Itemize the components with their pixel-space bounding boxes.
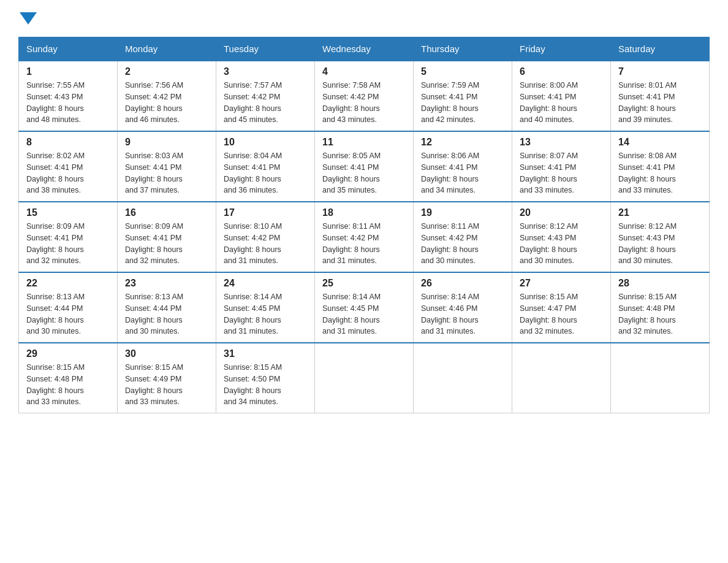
calendar-cell: 16 Sunrise: 8:09 AMSunset: 4:41 PMDaylig… [118,202,216,272]
day-info: Sunrise: 8:13 AMSunset: 4:44 PMDaylight:… [125,293,183,335]
calendar-header: Sunday Monday Tuesday Wednesday Thursday… [19,37,710,61]
calendar-cell: 10 Sunrise: 8:04 AMSunset: 4:41 PMDaylig… [216,131,315,202]
calendar-cell: 5 Sunrise: 7:59 AMSunset: 4:41 PMDayligh… [414,61,512,131]
day-info: Sunrise: 7:57 AMSunset: 4:42 PMDaylight:… [224,81,282,124]
day-info: Sunrise: 7:58 AMSunset: 4:42 PMDaylight:… [322,81,381,124]
week-row-0: 1 Sunrise: 7:55 AMSunset: 4:43 PMDayligh… [19,61,710,131]
day-info: Sunrise: 8:07 AMSunset: 4:41 PMDaylight:… [520,151,578,194]
day-info: Sunrise: 8:10 AMSunset: 4:42 PMDaylight:… [224,222,282,265]
day-info: Sunrise: 8:15 AMSunset: 4:49 PMDaylight:… [125,363,183,406]
calendar-cell: 3 Sunrise: 7:57 AMSunset: 4:42 PMDayligh… [216,61,315,131]
day-number: 11 [322,137,406,148]
calendar-cell: 19 Sunrise: 8:11 AMSunset: 4:42 PMDaylig… [414,202,512,272]
calendar-body: 1 Sunrise: 7:55 AMSunset: 4:43 PMDayligh… [19,61,710,413]
header-sunday: Sunday [19,37,118,61]
day-number: 30 [125,348,208,359]
day-info: Sunrise: 8:14 AMSunset: 4:46 PMDaylight:… [421,293,479,335]
day-info: Sunrise: 8:14 AMSunset: 4:45 PMDaylight:… [322,293,381,335]
calendar-cell: 26 Sunrise: 8:14 AMSunset: 4:46 PMDaylig… [414,272,512,343]
page-header [18,12,710,25]
day-number: 10 [224,137,307,148]
day-number: 15 [26,207,110,218]
day-info: Sunrise: 7:59 AMSunset: 4:41 PMDaylight:… [421,81,479,124]
calendar-cell: 23 Sunrise: 8:13 AMSunset: 4:44 PMDaylig… [118,272,216,343]
day-number: 22 [26,278,110,289]
day-info: Sunrise: 8:15 AMSunset: 4:50 PMDaylight:… [224,363,282,406]
day-number: 4 [322,66,406,77]
calendar-cell: 11 Sunrise: 8:05 AMSunset: 4:41 PMDaylig… [315,131,414,202]
calendar-cell: 8 Sunrise: 8:02 AMSunset: 4:41 PMDayligh… [19,131,118,202]
day-info: Sunrise: 8:06 AMSunset: 4:41 PMDaylight:… [421,151,479,194]
day-number: 14 [618,137,702,148]
calendar-cell [315,343,414,413]
day-info: Sunrise: 8:00 AMSunset: 4:41 PMDaylight:… [520,81,578,124]
calendar-cell: 20 Sunrise: 8:12 AMSunset: 4:43 PMDaylig… [512,202,611,272]
calendar-cell: 12 Sunrise: 8:06 AMSunset: 4:41 PMDaylig… [414,131,512,202]
day-number: 25 [322,278,406,289]
calendar-cell: 22 Sunrise: 8:13 AMSunset: 4:44 PMDaylig… [19,272,118,343]
calendar-cell: 18 Sunrise: 8:11 AMSunset: 4:42 PMDaylig… [315,202,414,272]
calendar-cell [512,343,611,413]
day-number: 21 [618,207,702,218]
day-number: 13 [520,137,603,148]
day-info: Sunrise: 8:13 AMSunset: 4:44 PMDaylight:… [26,293,85,335]
day-info: Sunrise: 8:01 AMSunset: 4:41 PMDaylight:… [618,81,677,124]
calendar-cell: 14 Sunrise: 8:08 AMSunset: 4:41 PMDaylig… [611,131,710,202]
logo [18,12,38,25]
header-row: Sunday Monday Tuesday Wednesday Thursday… [19,37,710,61]
header-saturday: Saturday [611,37,710,61]
calendar-cell [414,343,512,413]
day-info: Sunrise: 8:15 AMSunset: 4:48 PMDaylight:… [26,363,85,406]
day-number: 12 [421,137,504,148]
calendar-cell [611,343,710,413]
calendar-cell: 6 Sunrise: 8:00 AMSunset: 4:41 PMDayligh… [512,61,611,131]
calendar-cell: 2 Sunrise: 7:56 AMSunset: 4:42 PMDayligh… [118,61,216,131]
day-info: Sunrise: 8:09 AMSunset: 4:41 PMDaylight:… [26,222,85,265]
calendar-cell: 1 Sunrise: 7:55 AMSunset: 4:43 PMDayligh… [19,61,118,131]
week-row-3: 22 Sunrise: 8:13 AMSunset: 4:44 PMDaylig… [19,272,710,343]
calendar-table: Sunday Monday Tuesday Wednesday Thursday… [18,37,710,413]
day-info: Sunrise: 8:04 AMSunset: 4:41 PMDaylight:… [224,151,282,194]
day-info: Sunrise: 8:15 AMSunset: 4:47 PMDaylight:… [520,293,578,335]
day-number: 31 [224,348,307,359]
day-number: 8 [26,137,110,148]
day-number: 5 [421,66,504,77]
week-row-1: 8 Sunrise: 8:02 AMSunset: 4:41 PMDayligh… [19,131,710,202]
day-number: 2 [125,66,208,77]
calendar-cell: 25 Sunrise: 8:14 AMSunset: 4:45 PMDaylig… [315,272,414,343]
day-number: 24 [224,278,307,289]
day-number: 20 [520,207,603,218]
calendar-cell: 31 Sunrise: 8:15 AMSunset: 4:50 PMDaylig… [216,343,315,413]
day-number: 27 [520,278,603,289]
day-number: 23 [125,278,208,289]
calendar-cell: 7 Sunrise: 8:01 AMSunset: 4:41 PMDayligh… [611,61,710,131]
week-row-4: 29 Sunrise: 8:15 AMSunset: 4:48 PMDaylig… [19,343,710,413]
day-number: 7 [618,66,702,77]
day-number: 29 [26,348,110,359]
day-info: Sunrise: 8:11 AMSunset: 4:42 PMDaylight:… [421,222,479,265]
calendar-cell: 4 Sunrise: 7:58 AMSunset: 4:42 PMDayligh… [315,61,414,131]
calendar-cell: 9 Sunrise: 8:03 AMSunset: 4:41 PMDayligh… [118,131,216,202]
header-wednesday: Wednesday [315,37,414,61]
day-number: 6 [520,66,603,77]
calendar-cell: 28 Sunrise: 8:15 AMSunset: 4:48 PMDaylig… [611,272,710,343]
calendar-cell: 15 Sunrise: 8:09 AMSunset: 4:41 PMDaylig… [19,202,118,272]
day-number: 19 [421,207,504,218]
day-number: 18 [322,207,406,218]
calendar-cell: 30 Sunrise: 8:15 AMSunset: 4:49 PMDaylig… [118,343,216,413]
day-info: Sunrise: 8:08 AMSunset: 4:41 PMDaylight:… [618,151,677,194]
header-thursday: Thursday [414,37,512,61]
day-number: 1 [26,66,110,77]
day-number: 28 [618,278,702,289]
day-number: 26 [421,278,504,289]
day-info: Sunrise: 8:03 AMSunset: 4:41 PMDaylight:… [125,151,183,194]
day-info: Sunrise: 8:02 AMSunset: 4:41 PMDaylight:… [26,151,85,194]
calendar-cell: 13 Sunrise: 8:07 AMSunset: 4:41 PMDaylig… [512,131,611,202]
day-info: Sunrise: 8:05 AMSunset: 4:41 PMDaylight:… [322,151,381,194]
calendar-cell: 27 Sunrise: 8:15 AMSunset: 4:47 PMDaylig… [512,272,611,343]
calendar-cell: 29 Sunrise: 8:15 AMSunset: 4:48 PMDaylig… [19,343,118,413]
day-info: Sunrise: 7:55 AMSunset: 4:43 PMDaylight:… [26,81,85,124]
day-number: 3 [224,66,307,77]
day-info: Sunrise: 8:12 AMSunset: 4:43 PMDaylight:… [520,222,578,265]
day-info: Sunrise: 8:14 AMSunset: 4:45 PMDaylight:… [224,293,282,335]
